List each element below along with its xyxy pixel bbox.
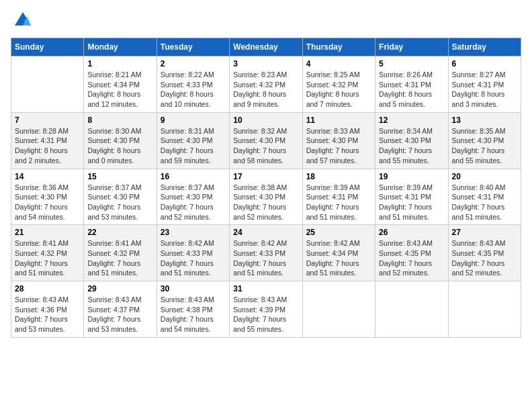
calendar-day-cell: 26Sunrise: 8:43 AMSunset: 4:35 PMDayligh… [375,225,448,281]
calendar-day-cell: 23Sunrise: 8:42 AMSunset: 4:33 PMDayligh… [157,225,229,281]
calendar-day-cell [448,281,521,338]
day-number: 7 [15,116,80,125]
day-info: Sunrise: 8:41 AMSunset: 4:32 PMDaylight:… [15,238,80,278]
day-info: Sunrise: 8:43 AMSunset: 4:38 PMDaylight:… [161,295,226,334]
calendar-week-row: 1Sunrise: 8:21 AMSunset: 4:34 PMDaylight… [11,56,521,113]
day-of-week-header: Wednesday [230,38,302,56]
day-number: 23 [161,228,226,237]
day-number: 21 [15,228,80,237]
day-info: Sunrise: 8:30 AMSunset: 4:30 PMDaylight:… [87,126,152,166]
day-info: Sunrise: 8:43 AMSunset: 4:37 PMDaylight:… [87,295,152,334]
day-number: 3 [233,59,298,68]
day-number: 9 [161,116,226,125]
logo-icon [13,11,32,30]
day-info: Sunrise: 8:43 AMSunset: 4:35 PMDaylight:… [379,238,444,278]
day-number: 2 [161,59,226,68]
day-info: Sunrise: 8:31 AMSunset: 4:30 PMDaylight:… [161,126,226,166]
day-number: 30 [161,284,226,293]
day-info: Sunrise: 8:23 AMSunset: 4:32 PMDaylight:… [233,70,298,109]
calendar-day-cell: 3Sunrise: 8:23 AMSunset: 4:32 PMDaylight… [230,56,302,113]
day-of-week-header: Monday [84,38,157,56]
calendar-day-cell: 14Sunrise: 8:36 AMSunset: 4:30 PMDayligh… [11,169,84,225]
calendar-day-cell: 12Sunrise: 8:34 AMSunset: 4:30 PMDayligh… [375,112,448,169]
day-info: Sunrise: 8:21 AMSunset: 4:34 PMDaylight:… [87,70,152,109]
day-info: Sunrise: 8:22 AMSunset: 4:33 PMDaylight:… [161,70,226,109]
calendar-day-cell [11,56,84,113]
day-number: 4 [306,59,371,68]
day-number: 14 [15,172,80,181]
calendar-header-row: SundayMondayTuesdayWednesdayThursdayFrid… [11,38,521,56]
calendar-day-cell: 10Sunrise: 8:32 AMSunset: 4:30 PMDayligh… [230,112,302,169]
day-number: 28 [15,284,80,293]
day-number: 20 [452,172,517,181]
day-info: Sunrise: 8:42 AMSunset: 4:34 PMDaylight:… [306,238,371,278]
day-number: 6 [452,59,517,68]
day-info: Sunrise: 8:36 AMSunset: 4:30 PMDaylight:… [15,183,80,222]
day-info: Sunrise: 8:39 AMSunset: 4:31 PMDaylight:… [306,183,371,222]
day-info: Sunrise: 8:37 AMSunset: 4:30 PMDaylight:… [161,183,226,222]
day-number: 5 [379,59,444,68]
day-info: Sunrise: 8:39 AMSunset: 4:31 PMDaylight:… [379,183,444,222]
logo [11,11,32,30]
day-number: 17 [233,172,298,181]
calendar-day-cell: 30Sunrise: 8:43 AMSunset: 4:38 PMDayligh… [157,281,229,338]
calendar-week-row: 14Sunrise: 8:36 AMSunset: 4:30 PMDayligh… [11,169,521,225]
day-info: Sunrise: 8:43 AMSunset: 4:39 PMDaylight:… [233,295,298,334]
day-number: 13 [452,116,517,125]
calendar-day-cell: 2Sunrise: 8:22 AMSunset: 4:33 PMDaylight… [157,56,229,113]
day-info: Sunrise: 8:27 AMSunset: 4:31 PMDaylight:… [452,70,517,109]
day-of-week-header: Thursday [302,38,375,56]
day-info: Sunrise: 8:40 AMSunset: 4:31 PMDaylight:… [452,183,517,222]
calendar-day-cell: 31Sunrise: 8:43 AMSunset: 4:39 PMDayligh… [230,281,302,338]
day-info: Sunrise: 8:25 AMSunset: 4:32 PMDaylight:… [306,70,371,109]
day-number: 10 [233,116,298,125]
calendar-day-cell: 21Sunrise: 8:41 AMSunset: 4:32 PMDayligh… [11,225,84,281]
day-info: Sunrise: 8:34 AMSunset: 4:30 PMDaylight:… [379,126,444,166]
day-number: 22 [87,228,152,237]
calendar-day-cell: 1Sunrise: 8:21 AMSunset: 4:34 PMDaylight… [84,56,157,113]
day-number: 19 [379,172,444,181]
calendar-day-cell: 20Sunrise: 8:40 AMSunset: 4:31 PMDayligh… [448,169,521,225]
calendar-day-cell: 9Sunrise: 8:31 AMSunset: 4:30 PMDaylight… [157,112,229,169]
day-number: 25 [306,228,371,237]
day-number: 18 [306,172,371,181]
day-info: Sunrise: 8:42 AMSunset: 4:33 PMDaylight:… [233,238,298,278]
calendar-day-cell: 25Sunrise: 8:42 AMSunset: 4:34 PMDayligh… [302,225,375,281]
calendar-day-cell: 15Sunrise: 8:37 AMSunset: 4:30 PMDayligh… [84,169,157,225]
calendar-day-cell [302,281,375,338]
day-number: 1 [87,59,152,68]
day-of-week-header: Saturday [448,38,521,56]
day-number: 26 [379,228,444,237]
calendar-day-cell: 4Sunrise: 8:25 AMSunset: 4:32 PMDaylight… [302,56,375,113]
day-number: 11 [306,116,371,125]
day-number: 15 [87,172,152,181]
day-info: Sunrise: 8:35 AMSunset: 4:30 PMDaylight:… [452,126,517,166]
day-info: Sunrise: 8:43 AMSunset: 4:35 PMDaylight:… [452,238,517,278]
day-info: Sunrise: 8:41 AMSunset: 4:32 PMDaylight:… [87,238,152,278]
calendar-day-cell: 5Sunrise: 8:26 AMSunset: 4:31 PMDaylight… [375,56,448,113]
day-info: Sunrise: 8:32 AMSunset: 4:30 PMDaylight:… [233,126,298,166]
calendar-day-cell: 7Sunrise: 8:28 AMSunset: 4:31 PMDaylight… [11,112,84,169]
day-info: Sunrise: 8:28 AMSunset: 4:31 PMDaylight:… [15,126,80,166]
day-number: 27 [452,228,517,237]
day-info: Sunrise: 8:38 AMSunset: 4:30 PMDaylight:… [233,183,298,222]
calendar-day-cell: 11Sunrise: 8:33 AMSunset: 4:30 PMDayligh… [302,112,375,169]
day-number: 12 [379,116,444,125]
day-info: Sunrise: 8:37 AMSunset: 4:30 PMDaylight:… [87,183,152,222]
calendar-week-row: 28Sunrise: 8:43 AMSunset: 4:36 PMDayligh… [11,281,521,338]
calendar-table: SundayMondayTuesdayWednesdayThursdayFrid… [11,38,521,338]
day-of-week-header: Tuesday [157,38,229,56]
day-number: 31 [233,284,298,293]
calendar-day-cell: 28Sunrise: 8:43 AMSunset: 4:36 PMDayligh… [11,281,84,338]
calendar-day-cell: 29Sunrise: 8:43 AMSunset: 4:37 PMDayligh… [84,281,157,338]
day-info: Sunrise: 8:26 AMSunset: 4:31 PMDaylight:… [379,70,444,109]
calendar-week-row: 21Sunrise: 8:41 AMSunset: 4:32 PMDayligh… [11,225,521,281]
calendar-day-cell: 16Sunrise: 8:37 AMSunset: 4:30 PMDayligh… [157,169,229,225]
calendar-day-cell [375,281,448,338]
calendar-day-cell: 17Sunrise: 8:38 AMSunset: 4:30 PMDayligh… [230,169,302,225]
calendar-day-cell: 6Sunrise: 8:27 AMSunset: 4:31 PMDaylight… [448,56,521,113]
calendar-day-cell: 19Sunrise: 8:39 AMSunset: 4:31 PMDayligh… [375,169,448,225]
page-header [11,11,521,30]
calendar-week-row: 7Sunrise: 8:28 AMSunset: 4:31 PMDaylight… [11,112,521,169]
day-number: 8 [87,116,152,125]
